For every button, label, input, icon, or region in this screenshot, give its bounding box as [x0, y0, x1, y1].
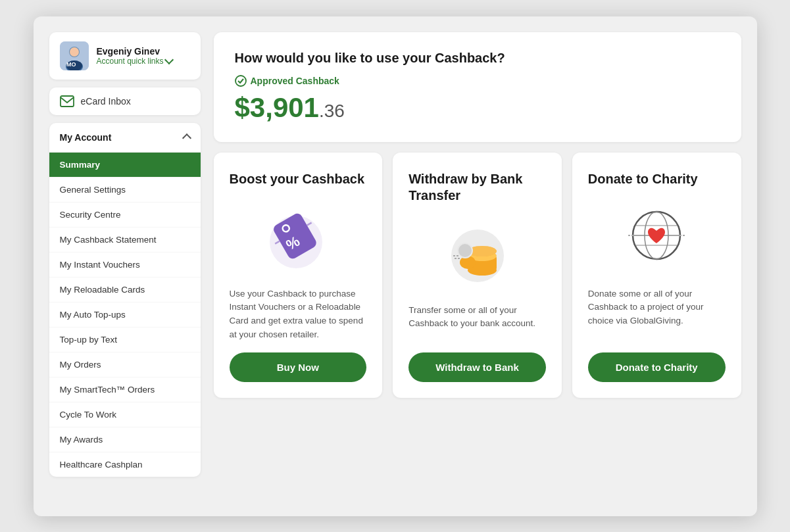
nav-section-title: My Account [60, 132, 112, 143]
svg-point-22 [458, 244, 472, 257]
cashback-cents-value: .36 [319, 101, 345, 121]
ecard-label: eCard Inbox [81, 96, 131, 107]
withdraw-illustration [408, 214, 546, 293]
avatar-image: MO [60, 41, 89, 70]
sidebar-item-reloadable-cards[interactable]: My Reloadable Cards [49, 278, 201, 302]
ecard-inbox-button[interactable]: eCard Inbox [49, 87, 201, 115]
nav-header: My Account [49, 123, 201, 153]
svg-point-7 [235, 76, 246, 86]
option-card-donate: Donate to Charity [572, 153, 741, 399]
cashback-main-value: $3,901 [235, 92, 319, 123]
app-container: MO Evgeniy Ginev Account quick links eCa… [34, 16, 757, 516]
cards-row: Boost your Cashback % [214, 153, 741, 399]
donate-image [620, 201, 693, 274]
envelope-icon [60, 95, 74, 107]
cashback-header-card: How would you like to use your Cashback?… [214, 32, 741, 142]
svg-point-3 [70, 47, 79, 57]
boost-image: % [262, 201, 334, 274]
sidebar-item-healthcare-cashplan[interactable]: Healthcare Cashplan [49, 452, 201, 477]
user-info: Evgeniy Ginev Account quick links [97, 46, 172, 66]
donate-title: Donate to Charity [588, 171, 726, 187]
sidebar: MO Evgeniy Ginev Account quick links eCa… [49, 32, 201, 500]
chevron-up-icon [182, 133, 191, 143]
user-name: Evgeniy Ginev [97, 46, 172, 57]
sidebar-item-general-settings[interactable]: General Settings [49, 178, 201, 203]
nav-section: My Account Summary General Settings Secu… [49, 123, 201, 477]
sidebar-item-cashback-statement[interactable]: My Cashback Statement [49, 228, 201, 253]
option-card-withdraw: Withdraw by Bank Transfer [393, 153, 562, 399]
donate-to-charity-button[interactable]: Donate to Charity [588, 352, 726, 382]
svg-text:MO: MO [66, 61, 76, 68]
sidebar-item-auto-topups[interactable]: My Auto Top-ups [49, 302, 201, 327]
option-card-boost: Boost your Cashback % [214, 153, 383, 399]
withdraw-description: Transfer some or all of your Cashback to… [408, 304, 546, 343]
user-card: MO Evgeniy Ginev Account quick links [49, 32, 201, 80]
donate-description: Donate some or all of your Cashback to a… [588, 287, 726, 343]
svg-rect-6 [61, 96, 74, 107]
sidebar-item-cycle-to-work[interactable]: Cycle To Work [49, 402, 201, 427]
sidebar-item-summary[interactable]: Summary [49, 153, 201, 178]
sidebar-item-instant-vouchers[interactable]: My Instant Vouchers [49, 253, 201, 278]
sidebar-item-security-centre[interactable]: Security Centre [49, 203, 201, 228]
sidebar-item-orders[interactable]: My Orders [49, 352, 201, 377]
withdraw-image [441, 218, 514, 290]
account-quick-links[interactable]: Account quick links [97, 57, 172, 66]
approved-badge: Approved Cashback [235, 75, 720, 87]
withdraw-title: Withdraw by Bank Transfer [408, 171, 546, 204]
sidebar-item-smarttech-orders[interactable]: My SmartTech™ Orders [49, 377, 201, 402]
sidebar-item-topup-text[interactable]: Top-up by Text [49, 327, 201, 352]
chevron-down-icon [164, 55, 173, 64]
main-content: How would you like to use your Cashback?… [214, 32, 741, 500]
check-circle-icon [235, 75, 247, 87]
buy-now-button[interactable]: Buy Now [230, 352, 367, 382]
cashback-amount: $3,901.36 [235, 92, 720, 124]
boost-description: Use your Cashback to purchase Instant Vo… [230, 287, 367, 343]
boost-illustration: % [230, 198, 367, 277]
cashback-question: How would you like to use your Cashback? [235, 51, 720, 66]
boost-title: Boost your Cashback [230, 171, 367, 187]
withdraw-to-bank-button[interactable]: Withdraw to Bank [408, 352, 546, 382]
avatar: MO [60, 41, 89, 70]
approved-label: Approved Cashback [251, 76, 339, 86]
donate-illustration [588, 198, 726, 277]
sidebar-item-awards[interactable]: My Awards [49, 427, 201, 452]
